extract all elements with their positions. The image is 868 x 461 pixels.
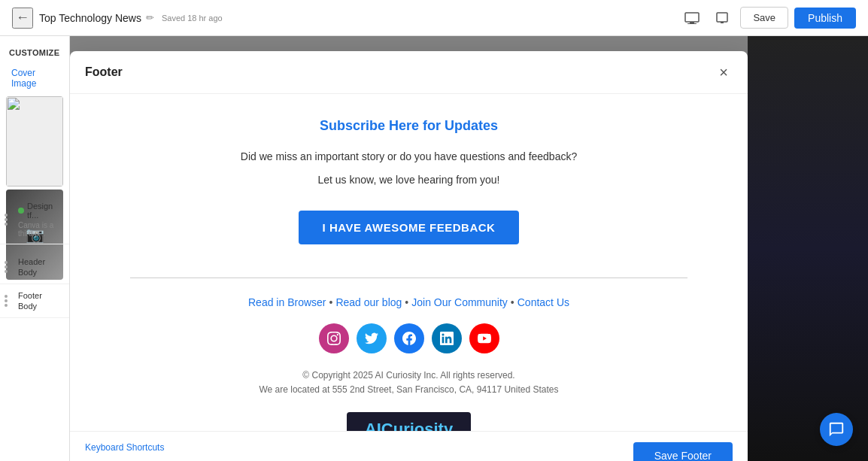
- modal-overlay: Footer × Subscribe Here for Updates Did …: [70, 36, 748, 461]
- nav-dot-3: •: [511, 296, 514, 308]
- footer-modal: Footer × Subscribe Here for Updates Did …: [70, 51, 748, 461]
- nav-dot-1: •: [329, 296, 332, 308]
- copyright-line-2: We are located at 555 2nd Street, San Fr…: [130, 383, 687, 397]
- youtube-icon[interactable]: [469, 323, 499, 353]
- footer-divider: [130, 278, 687, 278]
- document-title-area: Top Technology News ✏: [39, 12, 154, 24]
- footer-nav-links: Read in Browser • Read our blog • Join O…: [130, 296, 687, 308]
- publish-button[interactable]: Publish: [794, 8, 856, 29]
- twitter-icon[interactable]: [357, 323, 387, 353]
- modal-body: Subscribe Here for Updates Did we miss a…: [70, 94, 748, 431]
- sidebar-header-body[interactable]: Header Body: [0, 250, 69, 284]
- document-title: Top Technology News: [39, 12, 141, 24]
- edit-title-icon[interactable]: ✏: [146, 12, 154, 23]
- chat-icon: [828, 421, 845, 438]
- cover-image-preview: 📷: [6, 96, 63, 187]
- footer-preview-area: Subscribe Here for Updates Did we miss a…: [70, 94, 748, 431]
- sidebar-footer-body[interactable]: Footer Body: [0, 284, 69, 318]
- logo-curiosity: Curiosity: [381, 420, 453, 431]
- subscribe-title: Subscribe Here for Updates: [130, 118, 687, 134]
- save-button[interactable]: Save: [740, 7, 788, 29]
- sidebar-item-cover-image[interactable]: Cover Image: [0, 63, 69, 93]
- modal-footer-bar: Keyboard Shortcuts Save Footer: [70, 431, 748, 461]
- left-sidebar: CUSTOMIZE Cover Image 📷 Design tf...: [0, 36, 70, 461]
- sidebar-design-block[interactable]: Design tf... Canva is a third p...: [0, 196, 69, 244]
- main-editor-canvas: theverge.com theverge.com Footer × Subsc…: [70, 36, 748, 461]
- nav-link-read-our-blog[interactable]: Read our blog: [335, 296, 402, 308]
- linkedin-icon[interactable]: [432, 323, 462, 353]
- svg-rect-3: [717, 13, 727, 22]
- right-preview-panel: [748, 36, 868, 461]
- drag-handle: [5, 214, 8, 226]
- drag-handle-3: [5, 295, 8, 307]
- customize-section-title: CUSTOMIZE: [0, 48, 69, 63]
- device-toggle-button[interactable]: [710, 6, 734, 30]
- modal-header: Footer ×: [70, 51, 748, 94]
- social-icons-row: [130, 323, 687, 353]
- svg-rect-1: [690, 22, 694, 23]
- chat-widget-button[interactable]: [820, 413, 853, 446]
- keyboard-shortcuts-link[interactable]: Keyboard Shortcuts: [85, 442, 164, 461]
- preview-icon-button[interactable]: [680, 6, 704, 30]
- footer-logo: AICuriosity: [347, 412, 471, 431]
- footer-desc-2: Let us know, we love hearing from you!: [130, 172, 687, 188]
- svg-rect-0: [685, 13, 699, 22]
- instagram-icon[interactable]: [319, 323, 349, 353]
- facebook-icon[interactable]: [394, 323, 424, 353]
- cover-image-thumb: [6, 96, 63, 187]
- feedback-button[interactable]: I HAVE AWESOME FEEDBACK: [299, 211, 520, 244]
- right-preview-bg: [748, 36, 868, 461]
- footer-desc-1: Did we miss an important story or do you…: [130, 149, 687, 165]
- modal-title: Footer: [85, 65, 123, 79]
- design-item-label: Design tf...: [27, 202, 60, 220]
- drag-handle-2: [5, 261, 8, 273]
- saved-status: Saved 18 hr ago: [162, 14, 223, 23]
- footer-copyright: © Copyright 2025 AI Curiosity Inc. All r…: [130, 368, 687, 397]
- header-body-label: Header Body: [18, 257, 45, 277]
- nav-link-join-community[interactable]: Join Our Community: [411, 296, 508, 308]
- copyright-line-1: © Copyright 2025 AI Curiosity Inc. All r…: [130, 368, 687, 383]
- topbar: ← Top Technology News ✏ Saved 18 hr ago …: [0, 0, 868, 36]
- svg-rect-4: [721, 22, 724, 23]
- nav-dot-2: •: [405, 296, 408, 308]
- preview-icon: [684, 12, 700, 24]
- modal-close-button[interactable]: ×: [715, 63, 733, 81]
- back-button[interactable]: ←: [12, 8, 33, 29]
- logo-ai: AI: [365, 420, 381, 431]
- footer-body-label: Footer Body: [18, 291, 42, 311]
- nav-link-contact-us[interactable]: Contact Us: [517, 296, 569, 308]
- device-icon: [715, 11, 729, 25]
- design-item-sub: Canva is a third p...: [18, 221, 60, 238]
- save-footer-button[interactable]: Save Footer: [633, 442, 733, 461]
- design-status-dot: [18, 208, 24, 214]
- nav-link-read-in-browser[interactable]: Read in Browser: [248, 296, 326, 308]
- svg-rect-2: [687, 23, 697, 24]
